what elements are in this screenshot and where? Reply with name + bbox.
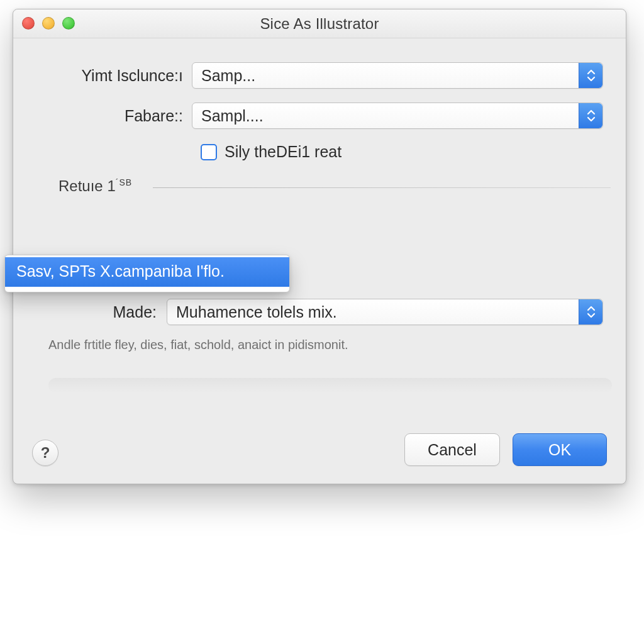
made-label: Made: <box>36 303 167 321</box>
help-button[interactable]: ? <box>32 440 58 466</box>
zoom-window-button[interactable] <box>62 17 75 30</box>
row1-popup[interactable]: Samp... <box>192 62 603 89</box>
chevron-up-down-icon <box>579 299 602 325</box>
window-controls <box>22 17 75 30</box>
form-row-1: Yimt Isclunce:ı Samp... <box>36 62 603 89</box>
dialog-body: Yimt Isclunce:ı Samp... Fabare:: Sampl..… <box>13 38 626 484</box>
form-row-2: Fabare:: Sampl.... <box>36 103 603 129</box>
separator <box>153 187 611 188</box>
dialog-window: Sice As Illustrator Yimt Isclunce:ı Samp… <box>13 9 626 484</box>
chevron-up-down-icon <box>579 103 602 128</box>
menu-item-selected[interactable]: Sasv, SPTs X.campaniba I'flo. <box>5 257 289 287</box>
titlebar: Sice As Illustrator <box>13 9 626 38</box>
row1-label: Yimt Isclunce:ı <box>36 67 192 85</box>
row2-popup-value: Sampl.... <box>201 107 264 125</box>
group-header-text: Retuıe 1´SB <box>58 177 138 194</box>
checkbox-label: Sily theDEi1 reat <box>225 143 341 161</box>
made-popup[interactable]: Muhamence tolels mix. <box>167 299 603 325</box>
button-group: Cancel OK <box>404 433 607 466</box>
description-text: Andle frtitle fley, dies, fiat, schold, … <box>48 338 348 352</box>
window-title: Sice As Illustrator <box>260 15 379 33</box>
checkbox[interactable] <box>201 144 217 160</box>
dropdown-menu: Sasv, SPTs X.campaniba I'flo. <box>4 255 290 292</box>
chevron-up-down-icon <box>579 63 602 88</box>
row1-popup-value: Samp... <box>201 67 255 85</box>
dialog-footer: ? Cancel OK <box>13 411 626 484</box>
separator <box>48 378 612 393</box>
made-popup-value: Muhamence tolels mix. <box>176 303 337 321</box>
group-header: Retuıe 1´SB <box>58 177 603 199</box>
cancel-button[interactable]: Cancel <box>404 433 500 466</box>
made-row: Made: Muhamence tolels mix. <box>36 299 603 325</box>
row2-popup[interactable]: Sampl.... <box>192 103 603 129</box>
ok-button[interactable]: OK <box>513 433 607 466</box>
checkbox-row: Sily theDEi1 reat <box>201 143 603 161</box>
close-window-button[interactable] <box>22 17 35 30</box>
minimize-window-button[interactable] <box>42 17 55 30</box>
row2-label: Fabare:: <box>36 107 192 125</box>
